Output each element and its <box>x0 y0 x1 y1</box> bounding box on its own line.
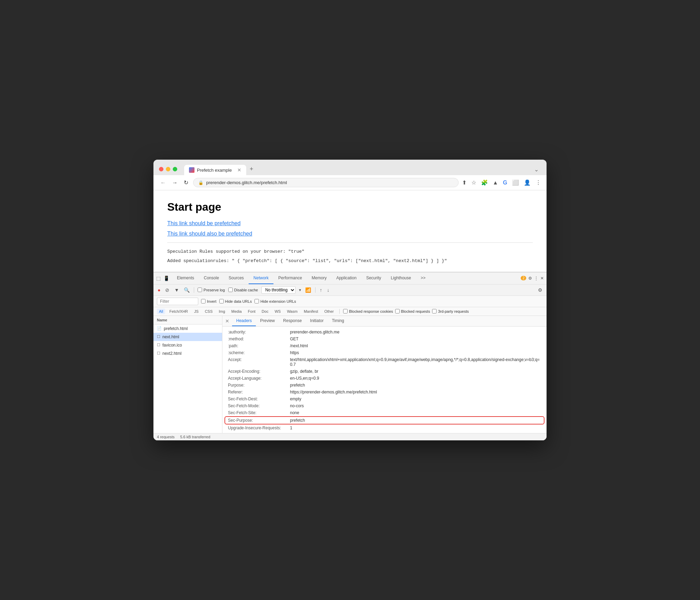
inspect-icon[interactable]: ⬚ <box>156 276 161 281</box>
third-party-checkbox[interactable] <box>432 309 437 313</box>
back-button[interactable]: ← <box>159 179 167 187</box>
notification-badge: 2 <box>521 276 526 280</box>
throttle-select[interactable]: No throttling <box>261 286 296 294</box>
hide-ext-urls-label: Hide extension URLs <box>254 299 296 303</box>
header-row: User-Agent:Mozilla/5.0 (Macintosh; Intel… <box>222 431 547 433</box>
tab-response[interactable]: Response <box>279 316 306 326</box>
request-item-next[interactable]: ☐ next.html <box>153 333 222 341</box>
filter-other[interactable]: Other <box>322 309 336 314</box>
filter-img[interactable]: Img <box>217 309 227 314</box>
clear-button[interactable]: ⊘ <box>164 287 170 293</box>
share-icon[interactable]: ⬆ <box>462 179 467 186</box>
tab-close-button[interactable]: ✕ <box>237 167 241 173</box>
link-1[interactable]: This link should be prefetched <box>167 220 533 227</box>
profile-icon[interactable]: ▲ <box>493 180 498 186</box>
filter-fetchxhr[interactable]: Fetch/XHR <box>167 309 190 314</box>
record-button[interactable]: ● <box>157 287 161 293</box>
tab-sources[interactable]: Sources <box>224 272 249 284</box>
doc-icon-3: ☐ <box>157 343 160 347</box>
filter-all[interactable]: All <box>157 309 165 314</box>
tab-preview[interactable]: Preview <box>256 316 279 326</box>
upload-icon[interactable]: ↑ <box>319 287 323 293</box>
transfer-size: 5.6 kB transferred <box>180 435 210 439</box>
tab-more[interactable]: >> <box>416 272 430 284</box>
device-icon[interactable]: 📱 <box>163 276 169 281</box>
account-icon[interactable]: 👤 <box>524 179 531 186</box>
header-value: no-cors <box>290 403 541 408</box>
blocked-requests-checkbox[interactable] <box>395 309 400 313</box>
filter-media[interactable]: Media <box>229 309 244 314</box>
header-value: en-US,en;q=0.9 <box>290 376 541 381</box>
filter-input[interactable] <box>157 298 198 305</box>
header-row: Referer:https://prerender-demos.glitch.m… <box>222 389 547 396</box>
blocked-cookies-checkbox[interactable] <box>343 309 348 313</box>
google-icon[interactable]: G <box>503 180 507 186</box>
speculation-text-2: Added speculationrules: " { "prefetch": … <box>167 258 533 265</box>
disable-cache-checkbox[interactable] <box>228 288 233 292</box>
tab-timing[interactable]: Timing <box>328 316 348 326</box>
filter-css[interactable]: CSS <box>203 309 215 314</box>
hide-ext-urls-checkbox[interactable] <box>254 299 259 303</box>
header-name: Sec-Fetch-Mode: <box>228 403 290 408</box>
hide-data-urls-checkbox[interactable] <box>219 299 224 303</box>
filter-wasm[interactable]: Wasm <box>285 309 300 314</box>
search-button[interactable]: 🔍 <box>183 287 190 293</box>
devtools-settings-icon[interactable]: ⚙ <box>528 276 532 281</box>
header-name: Purpose: <box>228 383 290 388</box>
new-tab-button[interactable]: + <box>246 163 257 175</box>
tab-elements[interactable]: Elements <box>172 272 199 284</box>
wifi-icon[interactable]: 📶 <box>304 287 312 293</box>
url-bar[interactable]: 🔒 prerender-demos.glitch.me/prefetch.htm… <box>193 178 459 187</box>
tab-console[interactable]: Console <box>199 272 224 284</box>
forward-button[interactable]: → <box>171 179 179 187</box>
tab-network[interactable]: Network <box>249 272 273 284</box>
devtools-tab-bar: ⬚ 📱 Elements Console Sources Network Per… <box>153 272 547 284</box>
request-item-next2[interactable]: ☐ next2.html <box>153 349 222 358</box>
tab-menu-button[interactable]: ⌄ <box>532 164 541 175</box>
throttle-arrow: ▾ <box>299 288 301 292</box>
filter-button[interactable]: ▼ <box>173 287 180 293</box>
menu-icon[interactable]: ⋮ <box>536 179 541 186</box>
download-icon[interactable]: ↓ <box>326 287 330 293</box>
filter-doc[interactable]: Doc <box>260 309 271 314</box>
tab-memory[interactable]: Memory <box>307 272 331 284</box>
invert-checkbox[interactable] <box>201 299 206 303</box>
devtools-close-icon[interactable]: ✕ <box>540 276 544 281</box>
header-row: :method:GET <box>222 336 547 342</box>
reload-button[interactable]: ↻ <box>182 179 190 187</box>
request-item-prefetch[interactable]: 📄 prefetch.html <box>153 324 222 333</box>
preserve-log-checkbox[interactable] <box>198 288 202 292</box>
tab-lighthouse[interactable]: Lighthouse <box>386 272 416 284</box>
header-name: :scheme: <box>228 350 290 355</box>
tab-headers[interactable]: Headers <box>232 316 256 326</box>
devtools-icons: ⬚ 📱 <box>156 276 169 281</box>
devtools-more-icon[interactable]: ⋮ <box>534 276 538 281</box>
tab-initiator[interactable]: Initiator <box>306 316 328 326</box>
filter-font[interactable]: Font <box>246 309 258 314</box>
bookmark-icon[interactable]: ☆ <box>471 179 476 186</box>
maximize-button[interactable] <box>173 167 177 171</box>
filter-manifest[interactable]: Manifest <box>302 309 320 314</box>
header-row: Sec-Fetch-Dest:empty <box>222 396 547 402</box>
header-row: Accept:text/html,application/xhtml+xml,a… <box>222 356 547 368</box>
active-tab[interactable]: Prefetch example ✕ <box>184 165 246 175</box>
link-2[interactable]: This link should also be prefetched <box>167 231 533 237</box>
tab-security[interactable]: Security <box>361 272 386 284</box>
tab-performance[interactable]: Performance <box>273 272 307 284</box>
tab-application[interactable]: Application <box>331 272 361 284</box>
browser-window: Prefetch example ✕ + ⌄ ← → ↻ 🔒 prerender… <box>153 160 547 440</box>
close-headers-button[interactable]: ✕ <box>225 318 229 324</box>
close-button[interactable] <box>159 167 163 171</box>
minimize-button[interactable] <box>166 167 170 171</box>
network-settings-icon[interactable]: ⚙ <box>537 287 543 293</box>
header-value: text/html,application/xhtml+xml,applicat… <box>290 357 541 367</box>
header-row: Accept-Language:en-US,en;q=0.9 <box>222 375 547 382</box>
filter-js[interactable]: JS <box>192 309 201 314</box>
header-value: empty <box>290 397 541 401</box>
filter-ws[interactable]: WS <box>272 309 283 314</box>
cast-icon[interactable]: ⬜ <box>512 179 519 186</box>
header-name: Accept-Encoding: <box>228 369 290 374</box>
extension-icon[interactable]: 🧩 <box>481 179 488 186</box>
request-item-favicon[interactable]: ☐ favicon.ico <box>153 341 222 349</box>
address-bar: ← → ↻ 🔒 prerender-demos.glitch.me/prefet… <box>153 175 547 190</box>
